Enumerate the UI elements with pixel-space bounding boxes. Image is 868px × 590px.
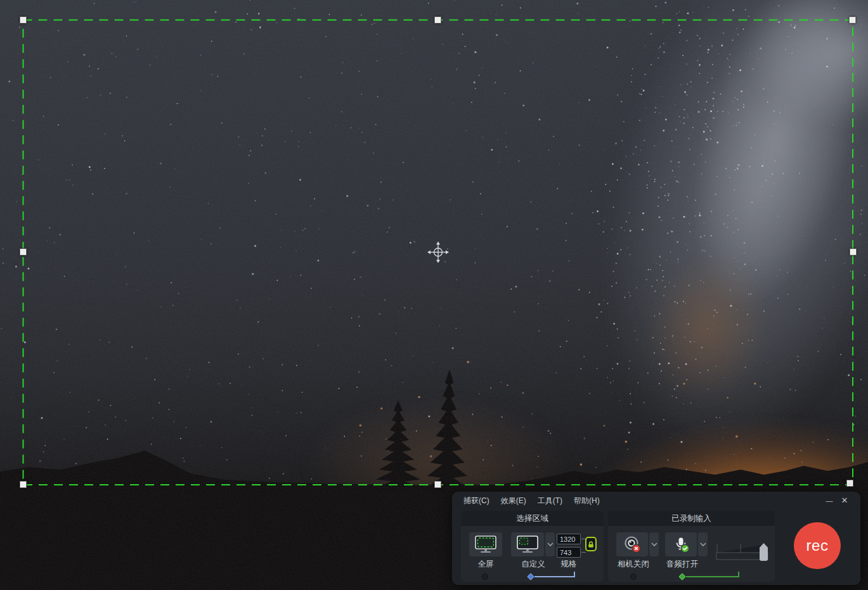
recorded-inputs-section: 已录制输入 相机关闭: [608, 511, 775, 582]
audio-toggle-button[interactable]: [665, 532, 697, 556]
camera-dropdown[interactable]: [649, 532, 659, 556]
custom-indicator-line: [534, 576, 575, 577]
recorder-panel: 捕获(C) 效果(E) 工具(T) 帮助(H) — ✕ 选择区域 全屏: [452, 492, 860, 585]
selection-handle-se[interactable]: [846, 480, 853, 487]
menu-capture[interactable]: 捕获(C): [458, 494, 495, 508]
fullscreen-indicator-dot: [482, 574, 488, 580]
fullscreen-label: 全屏: [463, 559, 508, 570]
custom-region-dropdown[interactable]: [545, 532, 555, 556]
camera-toggle-button[interactable]: [616, 532, 648, 556]
screen: 捕获(C) 效果(E) 工具(T) 帮助(H) — ✕ 选择区域 全屏: [0, 0, 868, 590]
selection-handle-s[interactable]: [434, 481, 441, 488]
spec-label: 规格: [554, 559, 584, 570]
selection-handle-n[interactable]: [434, 16, 441, 23]
height-input[interactable]: [557, 547, 581, 558]
custom-region-label: 自定义: [511, 559, 555, 570]
width-input[interactable]: [557, 534, 581, 544]
record-button[interactable]: rec: [794, 522, 841, 569]
audio-dropdown[interactable]: [698, 532, 708, 556]
chevron-down-icon: [700, 542, 706, 546]
recorded-inputs-title: 已录制输入: [608, 511, 775, 526]
menu-bar: 捕获(C) 效果(E) 工具(T) 帮助(H): [452, 492, 860, 510]
audio-status-label: 音频打开: [657, 559, 708, 570]
custom-indicator-tick: [574, 572, 575, 577]
menu-tools[interactable]: 工具(T): [532, 494, 568, 508]
minimize-button[interactable]: —: [824, 495, 835, 506]
select-area-title: 选择区域: [461, 511, 604, 526]
custom-indicator-diamond: [527, 573, 534, 580]
selection-handle-sw[interactable]: [20, 481, 27, 488]
audio-indicator-diamond: [678, 573, 685, 580]
select-area-section: 选择区域 全屏: [461, 511, 604, 582]
selection-handle-e[interactable]: [850, 248, 857, 255]
lock-icon: [587, 541, 595, 548]
selection-handle-w[interactable]: [20, 248, 27, 255]
custom-monitor-icon: [516, 535, 539, 554]
selection-handle-nw[interactable]: [20, 16, 27, 23]
selection-handle-ne[interactable]: [849, 16, 856, 23]
custom-region-button[interactable]: [511, 532, 544, 556]
menu-effects[interactable]: 效果(E): [495, 494, 532, 508]
camera-status-label: 相机关闭: [608, 559, 659, 570]
microphone-on-icon: [673, 536, 690, 553]
fullscreen-monitor-icon: [474, 535, 497, 554]
aspect-lock-button[interactable]: [585, 537, 597, 551]
close-button[interactable]: ✕: [839, 495, 850, 506]
audio-indicator-line: [686, 576, 739, 577]
chevron-down-icon: [651, 542, 657, 546]
record-button-label: rec: [806, 537, 829, 555]
camera-indicator-dot: [630, 574, 637, 580]
audio-indicator-tick: [738, 572, 739, 577]
camera-off-icon: [624, 536, 641, 553]
move-crosshair-icon[interactable]: [427, 241, 450, 264]
menu-help[interactable]: 帮助(H): [568, 494, 606, 508]
volume-slider[interactable]: [714, 536, 771, 564]
height-lock-connector: [581, 552, 586, 553]
chevron-down-icon: [547, 542, 554, 546]
fullscreen-button[interactable]: [469, 532, 502, 556]
